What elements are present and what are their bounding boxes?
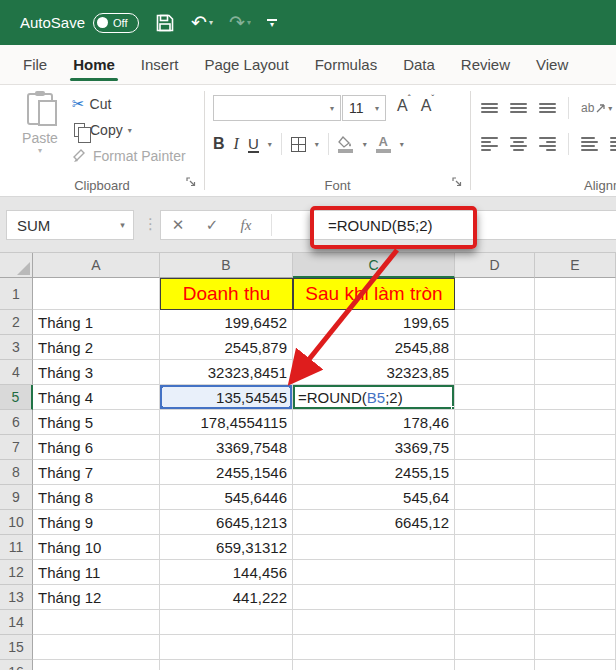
row-header-4[interactable]: 4 [0, 360, 33, 385]
redo-button[interactable]: ↷ ▾ [229, 13, 251, 32]
cell-B7[interactable]: 3369,7548 [160, 435, 293, 460]
cell-E8[interactable] [535, 460, 616, 485]
row-header-10[interactable]: 10 [0, 510, 33, 535]
cell-E7[interactable] [535, 435, 616, 460]
cell-C7[interactable]: 3369,75 [293, 435, 455, 460]
borders-chevron-icon[interactable]: ▾ [315, 140, 319, 149]
cell-A13[interactable]: Tháng 12 [33, 585, 160, 610]
tab-home[interactable]: Home [60, 45, 128, 84]
align-bottom-icon[interactable] [539, 103, 556, 113]
cell-A10[interactable]: Tháng 9 [33, 510, 160, 535]
cell-D16[interactable] [455, 660, 535, 670]
tab-review[interactable]: Review [448, 45, 523, 84]
name-box[interactable]: SUM ▾ [6, 210, 134, 240]
cell-C15[interactable] [293, 635, 455, 660]
clipboard-dialog-launcher-icon[interactable] [186, 173, 196, 191]
cell-D3[interactable] [455, 335, 535, 360]
cell-B10[interactable]: 6645,1213 [160, 510, 293, 535]
row-header-13[interactable]: 13 [0, 585, 33, 610]
cell-B16[interactable] [160, 660, 293, 670]
row-header-14[interactable]: 14 [0, 610, 33, 635]
cell-D11[interactable] [455, 535, 535, 560]
decrease-font-size-icon[interactable]: Aˇ [421, 97, 435, 115]
row-header-5[interactable]: 5 [0, 385, 33, 410]
cut-button[interactable]: ✂ Cut [72, 93, 186, 115]
column-header-a[interactable]: A [33, 253, 160, 278]
cancel-icon[interactable]: ✕ [161, 216, 195, 234]
select-all-corner[interactable] [0, 253, 33, 278]
cell-C16[interactable] [293, 660, 455, 670]
autosave-toggle[interactable]: Off [93, 13, 139, 33]
cell-D9[interactable] [455, 485, 535, 510]
cell-C2[interactable]: 199,65 [293, 310, 455, 335]
orientation-icon[interactable]: ab ▾ [581, 101, 612, 115]
cell-C1[interactable]: Sau khi làm tròn [293, 278, 455, 310]
cell-C6[interactable]: 178,46 [293, 410, 455, 435]
enter-icon[interactable]: ✓ [195, 216, 229, 234]
tab-data[interactable]: Data [390, 45, 448, 84]
font-color-icon[interactable]: A [376, 136, 391, 153]
row-header-11[interactable]: 11 [0, 535, 33, 560]
cell-A6[interactable]: Tháng 5 [33, 410, 160, 435]
cell-C14[interactable] [293, 610, 455, 635]
align-center-icon[interactable] [510, 137, 527, 151]
cell-E2[interactable] [535, 310, 616, 335]
cell-B13[interactable]: 441,222 [160, 585, 293, 610]
row-header-9[interactable]: 9 [0, 485, 33, 510]
cell-D14[interactable] [455, 610, 535, 635]
cell-B12[interactable]: 144,456 [160, 560, 293, 585]
cell-C10[interactable]: 6645,12 [293, 510, 455, 535]
cell-A14[interactable] [33, 610, 160, 635]
cell-B2[interactable]: 199,6452 [160, 310, 293, 335]
cell-E12[interactable] [535, 560, 616, 585]
cell-E16[interactable] [535, 660, 616, 670]
save-icon[interactable] [155, 13, 175, 33]
name-box-chevron-icon[interactable]: ▾ [111, 220, 133, 230]
align-left-icon[interactable] [481, 137, 498, 151]
cell-A2[interactable]: Tháng 1 [33, 310, 160, 335]
underline-button[interactable]: U [248, 136, 259, 153]
cell-D5[interactable] [455, 385, 535, 410]
cell-C3[interactable]: 2545,88 [293, 335, 455, 360]
cell-E11[interactable] [535, 535, 616, 560]
row-header-6[interactable]: 6 [0, 410, 33, 435]
row-header-1[interactable]: 1 [0, 278, 33, 310]
cell-E10[interactable] [535, 510, 616, 535]
font-size-combobox[interactable]: 11 ▾ [342, 95, 386, 121]
cell-D6[interactable] [455, 410, 535, 435]
cell-D4[interactable] [455, 360, 535, 385]
cell-D2[interactable] [455, 310, 535, 335]
cell-B5[interactable]: 135,54545 [160, 385, 293, 410]
cell-D8[interactable] [455, 460, 535, 485]
cell-A5[interactable]: Tháng 4 [33, 385, 160, 410]
tab-file[interactable]: File [10, 45, 60, 84]
cell-D12[interactable] [455, 560, 535, 585]
row-header-12[interactable]: 12 [0, 560, 33, 585]
cell-C12[interactable] [293, 560, 455, 585]
cell-D13[interactable] [455, 585, 535, 610]
cell-E13[interactable] [535, 585, 616, 610]
cell-E1[interactable] [535, 278, 616, 310]
formula-input[interactable]: =ROUND(B5;2) [280, 217, 433, 234]
cell-A3[interactable]: Tháng 2 [33, 335, 160, 360]
cell-B6[interactable]: 178,4554115 [160, 410, 293, 435]
cell-E4[interactable] [535, 360, 616, 385]
tab-formulas[interactable]: Formulas [302, 45, 391, 84]
cell-C8[interactable]: 2455,15 [293, 460, 455, 485]
cell-E9[interactable] [535, 485, 616, 510]
column-header-d[interactable]: D [455, 253, 535, 278]
row-header-2[interactable]: 2 [0, 310, 33, 335]
cell-C11[interactable] [293, 535, 455, 560]
cell-A15[interactable] [33, 635, 160, 660]
paste-button[interactable]: Paste ▾ [14, 93, 66, 155]
align-middle-icon[interactable] [510, 103, 527, 113]
cell-A1[interactable] [33, 278, 160, 310]
undo-button[interactable]: ↶ ▾ [191, 13, 213, 32]
format-painter-button[interactable]: Format Painter [72, 145, 186, 167]
decrease-indent-icon[interactable] [581, 137, 598, 151]
cell-A12[interactable]: Tháng 11 [33, 560, 160, 585]
bold-button[interactable]: B [213, 135, 225, 153]
cell-A16[interactable] [33, 660, 160, 670]
increase-indent-icon[interactable] [610, 137, 616, 151]
row-header-3[interactable]: 3 [0, 335, 33, 360]
